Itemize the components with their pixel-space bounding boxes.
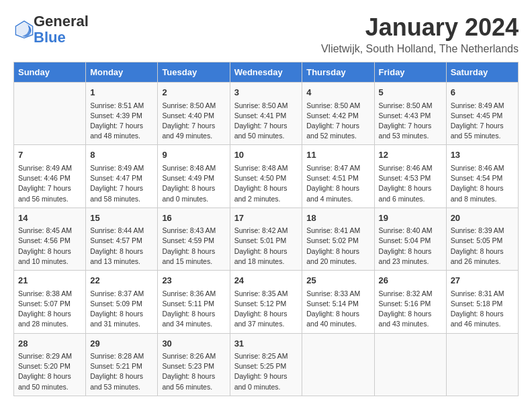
calendar-week-row: 28Sunrise: 8:29 AMSunset: 5:20 PMDayligh… [14,333,519,396]
calendar-week-row: 14Sunrise: 8:45 AMSunset: 4:56 PMDayligh… [14,208,519,270]
calendar-cell [374,333,446,396]
day-number: 27 [451,274,514,287]
day-number: 5 [379,86,442,99]
day-info: Sunrise: 8:32 AMSunset: 5:16 PMDaylight:… [379,289,442,330]
calendar-cell: 6Sunrise: 8:49 AMSunset: 4:45 PMDaylight… [446,83,518,145]
calendar-cell: 18Sunrise: 8:41 AMSunset: 5:02 PMDayligh… [302,208,374,270]
day-number: 15 [90,212,153,225]
day-number: 29 [90,337,153,351]
day-number: 31 [234,337,298,351]
day-number: 21 [18,274,81,287]
day-info: Sunrise: 8:50 AMSunset: 4:42 PMDaylight:… [306,101,369,142]
day-number: 18 [306,212,369,225]
day-info: Sunrise: 8:40 AMSunset: 5:04 PMDaylight:… [379,226,442,267]
day-info: Sunrise: 8:28 AMSunset: 5:21 PMDaylight:… [90,351,153,392]
header-thursday: Thursday [302,62,374,83]
calendar-cell: 11Sunrise: 8:47 AMSunset: 4:51 PMDayligh… [302,145,374,208]
day-number: 20 [451,212,514,225]
day-info: Sunrise: 8:44 AMSunset: 4:57 PMDaylight:… [90,226,153,267]
calendar-cell: 13Sunrise: 8:46 AMSunset: 4:54 PMDayligh… [446,145,518,208]
day-number: 9 [162,148,225,162]
day-info: Sunrise: 8:38 AMSunset: 5:07 PMDaylight:… [18,289,81,330]
day-info: Sunrise: 8:50 AMSunset: 4:41 PMDaylight:… [234,101,298,142]
calendar-cell: 8Sunrise: 8:49 AMSunset: 4:47 PMDaylight… [86,145,158,208]
calendar-cell: 3Sunrise: 8:50 AMSunset: 4:41 PMDaylight… [230,83,302,145]
calendar-table: SundayMondayTuesdayWednesdayThursdayFrid… [13,62,519,396]
day-number: 4 [306,86,369,99]
calendar-cell: 21Sunrise: 8:38 AMSunset: 5:07 PMDayligh… [14,271,86,333]
day-number: 12 [379,148,442,162]
calendar-cell: 23Sunrise: 8:36 AMSunset: 5:11 PMDayligh… [158,271,230,333]
logo: General Blue [13,13,89,46]
day-info: Sunrise: 8:49 AMSunset: 4:45 PMDaylight:… [451,101,514,142]
calendar-cell: 25Sunrise: 8:33 AMSunset: 5:14 PMDayligh… [302,271,374,333]
day-number: 11 [306,148,369,162]
day-info: Sunrise: 8:48 AMSunset: 4:50 PMDaylight:… [234,163,298,204]
day-info: Sunrise: 8:46 AMSunset: 4:54 PMDaylight:… [451,163,514,204]
calendar-cell: 17Sunrise: 8:42 AMSunset: 5:01 PMDayligh… [230,208,302,270]
day-info: Sunrise: 8:51 AMSunset: 4:39 PMDaylight:… [90,101,153,142]
month-title: January 2024 [321,13,519,42]
day-info: Sunrise: 8:41 AMSunset: 5:02 PMDaylight:… [306,226,369,267]
header-wednesday: Wednesday [230,62,302,83]
calendar-cell: 16Sunrise: 8:43 AMSunset: 4:59 PMDayligh… [158,208,230,270]
day-number: 2 [162,86,225,99]
calendar-cell [14,83,86,145]
day-info: Sunrise: 8:42 AMSunset: 5:01 PMDaylight:… [234,226,298,267]
day-number: 13 [451,148,514,162]
calendar-cell: 9Sunrise: 8:48 AMSunset: 4:49 PMDaylight… [158,145,230,208]
calendar-cell: 27Sunrise: 8:31 AMSunset: 5:18 PMDayligh… [446,271,518,333]
day-number: 16 [162,212,225,225]
calendar-cell: 26Sunrise: 8:32 AMSunset: 5:16 PMDayligh… [374,271,446,333]
day-info: Sunrise: 8:26 AMSunset: 5:23 PMDaylight:… [162,351,225,392]
day-info: Sunrise: 8:45 AMSunset: 4:56 PMDaylight:… [18,226,81,267]
day-info: Sunrise: 8:49 AMSunset: 4:47 PMDaylight:… [90,163,153,204]
calendar-cell: 20Sunrise: 8:39 AMSunset: 5:05 PMDayligh… [446,208,518,270]
calendar-cell [446,333,518,396]
title-block: January 2024 Vlietwijk, South Holland, T… [321,13,519,55]
day-number: 30 [162,337,225,351]
header-sunday: Sunday [14,62,86,83]
calendar-cell: 10Sunrise: 8:48 AMSunset: 4:50 PMDayligh… [230,145,302,208]
calendar-cell: 22Sunrise: 8:37 AMSunset: 5:09 PMDayligh… [86,271,158,333]
calendar-cell: 19Sunrise: 8:40 AMSunset: 5:04 PMDayligh… [374,208,446,270]
day-number: 26 [379,274,442,287]
calendar-week-row: 21Sunrise: 8:38 AMSunset: 5:07 PMDayligh… [14,271,519,333]
header-monday: Monday [86,62,158,83]
day-info: Sunrise: 8:47 AMSunset: 4:51 PMDaylight:… [306,163,369,204]
day-number: 22 [90,274,153,287]
header-tuesday: Tuesday [158,62,230,83]
day-number: 19 [379,212,442,225]
calendar-cell: 24Sunrise: 8:35 AMSunset: 5:12 PMDayligh… [230,271,302,333]
calendar-header-row: SundayMondayTuesdayWednesdayThursdayFrid… [14,62,519,83]
day-number: 3 [234,86,298,99]
calendar-week-row: 7Sunrise: 8:49 AMSunset: 4:46 PMDaylight… [14,145,519,208]
calendar-cell [302,333,374,396]
calendar-cell: 30Sunrise: 8:26 AMSunset: 5:23 PMDayligh… [158,333,230,396]
day-number: 8 [90,148,153,162]
calendar-cell: 1Sunrise: 8:51 AMSunset: 4:39 PMDaylight… [86,83,158,145]
calendar-cell: 12Sunrise: 8:46 AMSunset: 4:53 PMDayligh… [374,145,446,208]
logo-general-text: General [34,13,89,30]
day-info: Sunrise: 8:48 AMSunset: 4:49 PMDaylight:… [162,163,225,204]
header-friday: Friday [374,62,446,83]
header-saturday: Saturday [446,62,518,83]
calendar-cell: 5Sunrise: 8:50 AMSunset: 4:43 PMDaylight… [374,83,446,145]
day-info: Sunrise: 8:46 AMSunset: 4:53 PMDaylight:… [379,163,442,204]
calendar-cell: 28Sunrise: 8:29 AMSunset: 5:20 PMDayligh… [14,333,86,396]
day-info: Sunrise: 8:49 AMSunset: 4:46 PMDaylight:… [18,163,81,204]
calendar-week-row: 1Sunrise: 8:51 AMSunset: 4:39 PMDaylight… [14,83,519,145]
day-number: 1 [90,86,153,99]
logo-blue-text: Blue [34,29,66,46]
day-number: 25 [306,274,369,287]
day-number: 6 [451,86,514,99]
calendar-cell: 7Sunrise: 8:49 AMSunset: 4:46 PMDaylight… [14,145,86,208]
day-info: Sunrise: 8:43 AMSunset: 4:59 PMDaylight:… [162,226,225,267]
day-number: 10 [234,148,298,162]
calendar-cell: 14Sunrise: 8:45 AMSunset: 4:56 PMDayligh… [14,208,86,270]
day-info: Sunrise: 8:37 AMSunset: 5:09 PMDaylight:… [90,289,153,330]
day-info: Sunrise: 8:36 AMSunset: 5:11 PMDaylight:… [162,289,225,330]
logo-text: General Blue [34,13,89,46]
location-title: Vlietwijk, South Holland, The Netherland… [321,43,519,55]
calendar-cell: 29Sunrise: 8:28 AMSunset: 5:21 PMDayligh… [86,333,158,396]
